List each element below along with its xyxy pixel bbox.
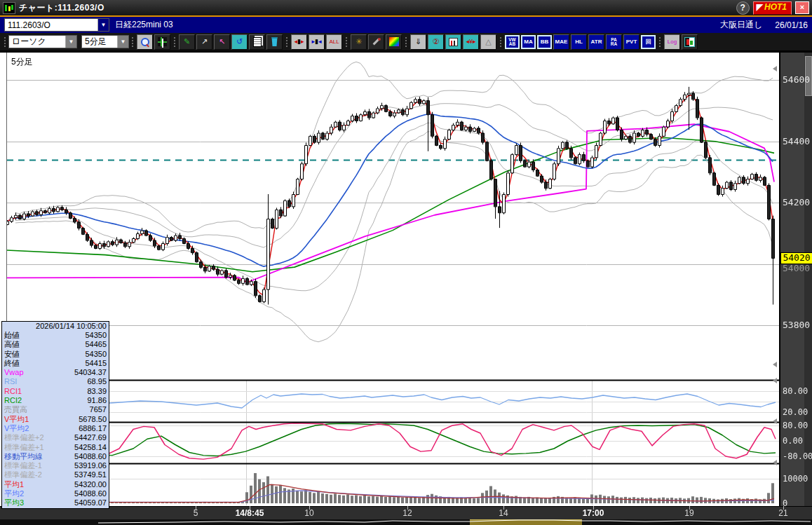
pane-collapse-arrow[interactable] bbox=[773, 460, 777, 465]
info-row: 売買高7657 bbox=[2, 405, 109, 414]
info-row: 標準偏差+154258.14 bbox=[2, 443, 109, 452]
info-row-value: 54034.37 bbox=[74, 368, 107, 377]
info-row-label: V平均1 bbox=[4, 415, 29, 424]
info-row-label: 売買高 bbox=[4, 405, 27, 414]
info-row: 標準偏差-253749.51 bbox=[2, 470, 109, 479]
price-axis-label: 53800 bbox=[783, 320, 810, 330]
info-row-label: 標準偏差-1 bbox=[4, 461, 42, 470]
chart-area: 5分足 54020 2026/01/14 10:05:00 始値54350高値5… bbox=[0, 0, 812, 525]
time-axis-label: 12 bbox=[402, 508, 412, 518]
info-row: 標準偏差+254427.69 bbox=[2, 433, 109, 442]
info-row-label: 終値 bbox=[4, 359, 20, 368]
info-row: V平均26886.17 bbox=[2, 424, 109, 433]
pane-collapse-arrow[interactable] bbox=[773, 362, 777, 367]
info-row-value: 54088.60 bbox=[74, 489, 107, 498]
rsi-axis-label: 20.00 bbox=[783, 407, 808, 417]
vol-axis-label: 10000 bbox=[783, 474, 808, 484]
time-axis-label: 21 bbox=[778, 508, 787, 518]
info-row: 平均354059.07 bbox=[2, 498, 109, 507]
time-axis-label: 14 bbox=[499, 508, 508, 518]
rci-axis-label: 80.00 bbox=[783, 421, 808, 430]
info-row: 終値54415 bbox=[2, 359, 109, 368]
info-row: RCI183.39 bbox=[2, 387, 109, 396]
price-axis-label: 54400 bbox=[783, 136, 810, 146]
info-row-value: 5678.50 bbox=[79, 415, 107, 424]
info-row-label: V平均2 bbox=[4, 424, 29, 433]
info-row: 平均254088.60 bbox=[2, 489, 109, 498]
info-row-label: 平均2 bbox=[4, 489, 24, 498]
info-row-value: 91.86 bbox=[87, 396, 107, 405]
rsi-axis-label: 80.00 bbox=[783, 386, 808, 396]
time-axis-label: 10 bbox=[304, 508, 313, 518]
info-row: 移動平均線54088.60 bbox=[2, 452, 109, 461]
info-row: 安値54350 bbox=[2, 350, 109, 359]
info-row: 平均154320.00 bbox=[2, 480, 109, 489]
info-row-value: 68.95 bbox=[87, 377, 107, 386]
info-row: 始値54350 bbox=[2, 331, 109, 340]
info-row-label: RCI1 bbox=[4, 387, 22, 396]
rci-axis-label: -80.00 bbox=[783, 451, 812, 461]
pane-collapse-arrow[interactable] bbox=[773, 378, 777, 383]
pane-collapse-arrow[interactable] bbox=[773, 418, 777, 424]
info-row-value: 54427.69 bbox=[74, 433, 107, 442]
pane-label: 5分足 bbox=[11, 56, 33, 68]
info-row-label: 標準偏差-2 bbox=[4, 470, 42, 479]
info-row-label: RSI bbox=[4, 377, 17, 386]
info-row: 標準偏差-153919.06 bbox=[2, 461, 109, 470]
info-row-value: 54088.60 bbox=[74, 452, 107, 461]
info-panel: 2026/01/14 10:05:00 始値54350高値54465安値5435… bbox=[1, 321, 109, 509]
info-row-value: 7657 bbox=[90, 405, 107, 414]
info-row: Vwap54034.37 bbox=[2, 368, 109, 377]
info-row-value: 83.39 bbox=[87, 387, 107, 396]
pane-collapse-arrow[interactable] bbox=[773, 66, 777, 71]
info-row-value: 54258.14 bbox=[74, 443, 107, 452]
info-row: 高値54465 bbox=[2, 340, 109, 349]
info-row-label: 移動平均線 bbox=[4, 452, 43, 461]
info-row: RCI291.86 bbox=[2, 396, 109, 405]
info-row-label: Vwap bbox=[4, 368, 24, 377]
rci-axis-label: 0.00 bbox=[783, 436, 803, 446]
time-axis-label: 5 bbox=[194, 508, 198, 518]
info-row-label: 始値 bbox=[4, 331, 20, 340]
info-row-value: 6886.17 bbox=[79, 424, 107, 433]
chart-window: チャート:111.2603/O ? ◤HOT1 × 111.2603/O ▼ 日… bbox=[0, 0, 812, 525]
info-row-value: 53749.51 bbox=[74, 470, 107, 479]
info-row-value: 54415 bbox=[85, 359, 107, 368]
time-axis-label: 17:00 bbox=[583, 508, 604, 518]
price-axis-label: 54200 bbox=[783, 197, 810, 207]
info-panel-timestamp: 2026/01/14 10:05:00 bbox=[2, 322, 109, 331]
time-axis-label: 19 bbox=[684, 508, 693, 518]
info-row-label: 平均1 bbox=[4, 480, 24, 489]
price-axis-label: 54600 bbox=[783, 74, 810, 85]
info-row-label: 標準偏差+2 bbox=[4, 433, 44, 442]
time-axis-label: 14/8:45 bbox=[236, 508, 264, 518]
info-row-label: 安値 bbox=[4, 350, 20, 359]
info-row-value: 54465 bbox=[85, 340, 107, 349]
info-row: RSI68.95 bbox=[2, 377, 109, 386]
info-row-value: 54320.00 bbox=[74, 480, 107, 489]
chart-canvas[interactable] bbox=[0, 0, 812, 525]
info-row-label: 平均3 bbox=[4, 498, 24, 507]
info-row-value: 54350 bbox=[85, 331, 107, 340]
info-row-label: RCI2 bbox=[4, 396, 22, 405]
info-row-value: 54059.07 bbox=[74, 498, 107, 507]
info-row-label: 標準偏差+1 bbox=[4, 443, 44, 452]
info-row-value: 54350 bbox=[85, 350, 107, 359]
info-row-value: 53919.06 bbox=[74, 461, 107, 470]
price-axis-label: 54000 bbox=[783, 263, 810, 273]
vol-axis-label: 0 bbox=[783, 498, 787, 508]
info-row-label: 高値 bbox=[4, 340, 20, 349]
info-row: V平均15678.50 bbox=[2, 415, 109, 424]
